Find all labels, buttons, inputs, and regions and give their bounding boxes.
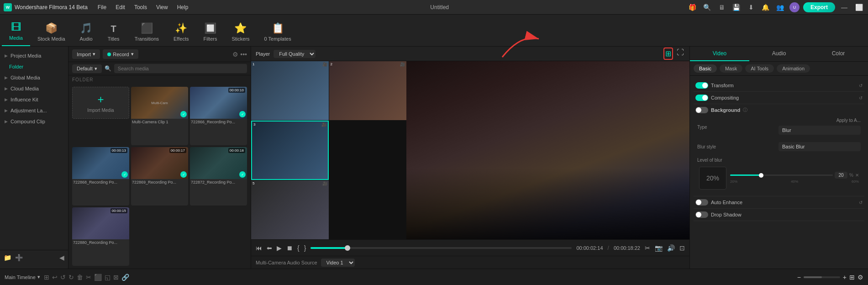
blur-reset-icon[interactable]: ✕: [855, 173, 859, 178]
zoom-out-icon[interactable]: −: [797, 274, 801, 281]
sidebar-item-influence-kit[interactable]: ▶ Influence Kit: [0, 94, 68, 105]
export-button[interactable]: Export: [803, 2, 835, 12]
tab-audio[interactable]: Audio: [749, 47, 809, 61]
zoom-in-icon[interactable]: +: [843, 274, 847, 281]
timeline-icon-delete[interactable]: 🗑: [77, 274, 83, 281]
list-item[interactable]: 00:00:18 ✓ 722872_Recording Po...: [190, 147, 247, 206]
record-button[interactable]: Record ▾: [103, 49, 138, 59]
add-media-icon[interactable]: ➕: [15, 254, 23, 261]
list-item[interactable]: 00:00:17 ✓ 722869_Recording Po...: [131, 147, 188, 206]
timeline-icon-split[interactable]: ⬛: [94, 274, 102, 281]
default-button[interactable]: Default ▾: [72, 64, 102, 73]
import-media-item[interactable]: + Import Media: [72, 87, 129, 119]
timeline-icon-1[interactable]: ⊞: [44, 274, 49, 281]
grid-view-icon[interactable]: ⊞: [663, 48, 673, 60]
sidebar-item-global-media[interactable]: ▶ Global Media: [0, 72, 68, 83]
user-avatar[interactable]: U: [789, 2, 800, 12]
settings-icon[interactable]: ⚙: [857, 274, 863, 281]
progress-thumb[interactable]: [345, 245, 350, 251]
tab-color[interactable]: Color: [809, 47, 868, 61]
sidebar-item-folder[interactable]: Folder: [0, 61, 68, 72]
timeline-icon-link[interactable]: 🔗: [121, 274, 129, 281]
timeline-chevron-icon[interactable]: ▾: [37, 274, 40, 280]
menu-file[interactable]: File: [94, 0, 110, 14]
download-icon[interactable]: ⬇: [746, 2, 757, 13]
tab-video[interactable]: Video: [690, 47, 749, 61]
blur-slider-thumb[interactable]: [759, 173, 763, 178]
cam-cell-5[interactable]: 5 🎥: [251, 180, 329, 239]
bell-icon[interactable]: 🔔: [760, 2, 771, 13]
tab-stickers[interactable]: ⭐ Stickers: [224, 19, 257, 46]
save-icon[interactable]: 💾: [731, 2, 742, 13]
monitor-icon[interactable]: 🖥: [716, 2, 727, 13]
timeline-icon-undo[interactable]: ↺: [60, 274, 66, 281]
collapse-icon[interactable]: ◀: [59, 254, 64, 261]
auto-enhance-reset-icon[interactable]: ↺: [859, 200, 863, 205]
blur-slider-track[interactable]: [730, 174, 833, 176]
drop-shadow-toggle[interactable]: [695, 211, 708, 218]
filter-icon[interactable]: ⚙: [232, 51, 238, 58]
list-item[interactable]: 00:00:15 722880_Recording Po...: [72, 207, 129, 266]
compositing-toggle[interactable]: [695, 95, 708, 101]
menu-edit[interactable]: Edit: [112, 0, 129, 14]
sidebar-item-project-media[interactable]: ▶ Project Media: [0, 50, 68, 61]
minimize-icon[interactable]: —: [839, 2, 850, 13]
timeline-icon-6[interactable]: ⊠: [113, 274, 119, 281]
timeline-icon-2[interactable]: ↩: [52, 274, 58, 281]
quality-select[interactable]: Full Quality: [274, 50, 316, 58]
sidebar-item-compound-clip[interactable]: ▶ Compound Clip: [0, 116, 68, 127]
list-item[interactable]: 00:00:10 ✓ 722866_Recording Po...: [190, 87, 247, 145]
timeline-icon-5[interactable]: ◱: [105, 274, 110, 281]
gift-icon[interactable]: 🎁: [687, 2, 698, 13]
tab-filters[interactable]: 🔲 Filters: [196, 19, 224, 46]
skip-back-icon[interactable]: ⏮: [256, 244, 262, 252]
blur-style-value[interactable]: Basic Blur: [779, 142, 861, 151]
auto-enhance-toggle[interactable]: [695, 199, 708, 206]
import-button[interactable]: Import ▾: [72, 49, 100, 59]
fit-icon[interactable]: ⊡: [679, 244, 685, 252]
grid-icon[interactable]: ⊞: [849, 274, 855, 281]
cam-cell-6[interactable]: [329, 180, 407, 239]
camera-icon[interactable]: 📷: [655, 244, 663, 252]
mark-out-icon[interactable]: }: [304, 244, 306, 252]
transform-toggle[interactable]: [695, 82, 708, 89]
list-item[interactable]: 00:00:13 ✓ 722868_Recording Po...: [72, 147, 129, 206]
menu-view[interactable]: View: [153, 0, 172, 14]
tab-templates[interactable]: 📋 0 Templates: [257, 19, 299, 46]
menu-tools[interactable]: Tools: [131, 0, 151, 14]
progress-bar[interactable]: [310, 247, 572, 249]
tab-stock-media[interactable]: 📦 Stock Media: [30, 19, 73, 46]
timeline-icon-cut[interactable]: ✂: [86, 274, 91, 281]
stop-icon[interactable]: ⏹: [286, 244, 293, 252]
cam-cell-3[interactable]: 3 🎥: [251, 121, 329, 179]
cam-cell-4[interactable]: [329, 121, 407, 179]
search-icon[interactable]: 🔍: [702, 2, 713, 13]
subtab-basic[interactable]: Basic: [694, 64, 717, 73]
add-folder-icon[interactable]: 📁: [4, 254, 11, 261]
subtab-ai-tools[interactable]: AI Tools: [745, 64, 774, 73]
sidebar-item-adjustment-layer[interactable]: ▶ Adjustment La...: [0, 105, 68, 116]
cam-cell-1[interactable]: 1 🎥: [251, 61, 329, 120]
mark-in-icon[interactable]: {: [297, 244, 300, 252]
audio-source-select[interactable]: Video 1: [321, 259, 355, 267]
transform-reset-icon[interactable]: ↺: [859, 83, 863, 88]
list-item[interactable]: Multi-Cam ✓ Multi-Camera Clip 1: [131, 87, 188, 145]
play-icon[interactable]: ▶: [277, 244, 282, 252]
tab-titles[interactable]: T Titles: [100, 20, 127, 46]
background-toggle[interactable]: [695, 107, 708, 113]
subtab-animation[interactable]: Animation: [777, 64, 810, 73]
search-input[interactable]: [114, 64, 247, 73]
fullscreen-icon[interactable]: ⛶: [676, 48, 685, 60]
cam-cell-2[interactable]: 2 🎥: [329, 61, 407, 120]
sidebar-item-cloud-media[interactable]: ▶ Cloud Media: [0, 83, 68, 94]
cut-at-playhead-icon[interactable]: ✂: [645, 244, 650, 252]
step-back-icon[interactable]: ⬅: [267, 244, 272, 252]
maximize-icon[interactable]: ⬜: [853, 2, 864, 13]
tab-effects[interactable]: ✨ Effects: [166, 19, 196, 46]
volume-icon[interactable]: 🔊: [667, 244, 675, 252]
subtab-mask[interactable]: Mask: [720, 64, 742, 73]
menu-help[interactable]: Help: [174, 0, 192, 14]
tab-audio[interactable]: 🎵 Audio: [73, 19, 100, 46]
users-icon[interactable]: 👥: [775, 2, 786, 13]
tab-transitions[interactable]: ⬛ Transitions: [127, 19, 166, 46]
